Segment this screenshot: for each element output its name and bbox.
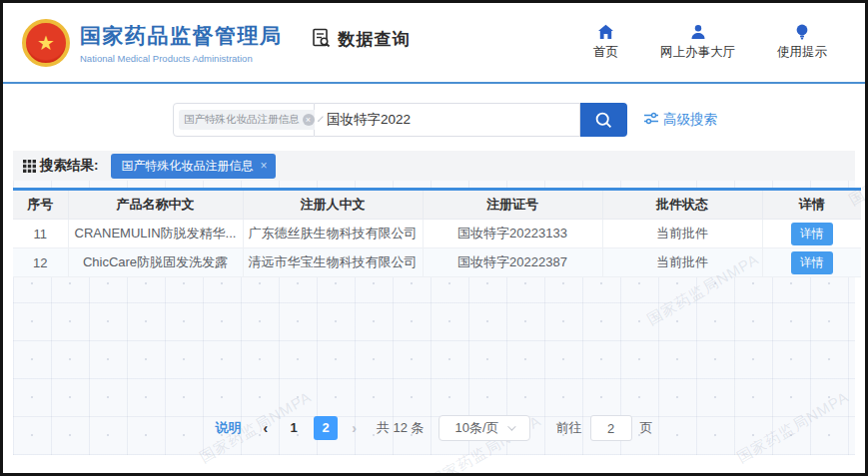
filter-sliders-icon (644, 111, 658, 129)
search-input[interactable] (315, 103, 580, 137)
nav-item-service-hall[interactable]: 网上办事大厅 (660, 24, 735, 61)
nav-label: 首页 (593, 44, 618, 61)
goto-label: 前往 (556, 419, 582, 437)
next-page-button[interactable]: › (346, 420, 363, 436)
category-tag-close-icon[interactable]: × (303, 114, 315, 126)
detail-button[interactable]: 详情 (791, 223, 833, 245)
prev-page-button[interactable]: ‹ (257, 420, 274, 436)
filter-tag-close-icon[interactable]: × (261, 159, 268, 173)
chevron-down-icon (507, 422, 515, 430)
goto-suffix: 页 (640, 419, 653, 437)
column-header-seq: 序号 (13, 190, 68, 220)
filter-tag-label: 国产特殊化妆品注册信息 (122, 158, 254, 175)
nav-label: 网上办事大厅 (660, 44, 735, 61)
nav-item-usage-tips[interactable]: 使用提示 (777, 24, 827, 61)
table-row: 12 ChicCare防脱固发洗发露 清远市华宝生物科技有限公司 国妆特字202… (13, 248, 861, 277)
brand-logo[interactable]: ★ 国家药品监督管理局 National Medical Products Ad… (22, 19, 283, 67)
table-row: 11 CRANEMULIN防脱发精华... 广东德丝肤生物科技有限公司 国妆特字… (13, 220, 861, 248)
cell-cert-no: 国妆特字20222387 (423, 248, 602, 277)
grid-icon (23, 160, 36, 173)
results-label: 搜索结果: (23, 157, 99, 175)
footer-strip (3, 455, 865, 474)
cell-cert-no: 国妆特字20223133 (423, 220, 602, 248)
results-table: 序号 产品名称中文 注册人中文 注册证号 批件状态 详情 11 CRANEMUL… (13, 188, 861, 277)
advanced-search-link[interactable]: 高级搜索 (644, 111, 717, 129)
search-button[interactable] (580, 103, 627, 137)
brand-text: 国家药品监督管理局 National Medical Products Admi… (80, 22, 283, 64)
note-link[interactable]: 说明 (215, 419, 241, 437)
cell-product: CRANEMULIN防脱发精华... (68, 220, 243, 248)
total-count-label: 共 12 条 (377, 419, 425, 437)
page-size-value: 10条/页 (454, 419, 498, 437)
user-icon (690, 24, 706, 40)
pagination: 说明 ‹ 1 2 › 共 12 条 10条/页 前往 页 (13, 415, 855, 441)
cell-registrant: 广东德丝肤生物科技有限公司 (243, 220, 423, 248)
cell-product: ChicCare防脱固发洗发露 (68, 248, 243, 277)
content-area: 国家药监局NMPA 国家药监局NMPA 国家药监局NMPA 国家药监局NMPA … (13, 151, 855, 455)
national-emblem-icon: ★ (22, 19, 70, 67)
page-button-1[interactable]: 1 (282, 416, 306, 440)
app-title: 数据查询 (311, 27, 411, 53)
bulb-icon (795, 24, 809, 40)
header: ★ 国家药品监督管理局 National Medical Products Ad… (3, 3, 865, 84)
results-bar: 搜索结果: 国产特殊化妆品注册信息 × (13, 151, 855, 181)
advanced-search-label: 高级搜索 (663, 111, 717, 129)
org-name-en: National Medical Products Administration (80, 53, 283, 64)
cell-registrant: 清远市华宝生物科技有限公司 (243, 248, 423, 277)
home-icon (597, 24, 614, 40)
column-header-detail: 详情 (762, 190, 861, 220)
results-label-text: 搜索结果: (40, 157, 99, 175)
column-header-registrant: 注册人中文 (243, 190, 423, 220)
org-name-cn: 国家药品监督管理局 (80, 22, 283, 50)
category-tag-label: 国产特殊化妆品注册信息 (184, 113, 300, 127)
cell-seq: 11 (13, 220, 68, 248)
search-bar: 国产特殊化妆品注册信息 × (173, 103, 627, 137)
category-select[interactable]: 国产特殊化妆品注册信息 × (173, 103, 315, 137)
detail-button[interactable]: 详情 (791, 251, 833, 274)
cell-seq: 12 (13, 248, 68, 277)
category-tag: 国产特殊化妆品注册信息 × (179, 110, 319, 130)
search-section: 国产特殊化妆品注册信息 × 高级搜索 (3, 84, 865, 151)
column-header-product: 产品名称中文 (68, 190, 243, 220)
app-title-label: 数据查询 (339, 28, 411, 51)
top-nav: 首页 网上办事大厅 使用提示 (593, 24, 827, 61)
cell-status: 当前批件 (602, 248, 762, 277)
active-filter-tag: 国产特殊化妆品注册信息 × (111, 154, 276, 179)
column-header-cert-no: 注册证号 (423, 190, 602, 220)
table-header-row: 序号 产品名称中文 注册人中文 注册证号 批件状态 详情 (13, 190, 861, 220)
data-query-icon (311, 27, 333, 53)
page-size-select[interactable]: 10条/页 (438, 415, 530, 441)
goto-page-input[interactable] (590, 415, 632, 441)
search-icon (594, 111, 613, 130)
nav-item-home[interactable]: 首页 (593, 24, 618, 61)
cell-status: 当前批件 (602, 220, 762, 248)
nav-label: 使用提示 (777, 44, 827, 61)
column-header-status: 批件状态 (602, 190, 762, 220)
page-button-2[interactable]: 2 (314, 416, 338, 440)
